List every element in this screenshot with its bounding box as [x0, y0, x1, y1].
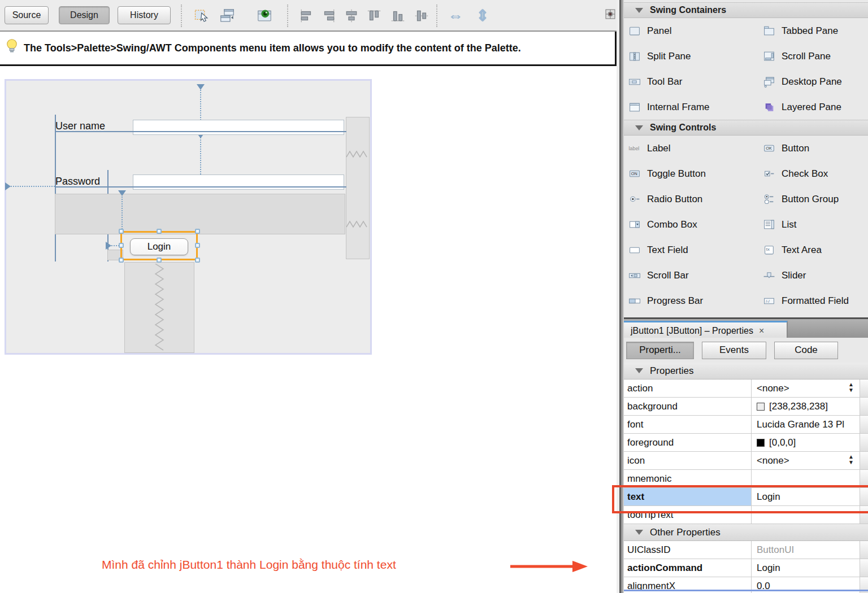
tabbed-pane-icon	[763, 25, 776, 37]
tab-source[interactable]: Source	[5, 6, 49, 24]
palette-item-label[interactable]: labelLabel	[624, 136, 758, 161]
username-label[interactable]: User name	[55, 120, 105, 132]
property-row-background[interactable]: background[238,238,238]	[624, 398, 868, 416]
property-row-font[interactable]: fontLucida Grande 13 Pl	[624, 416, 868, 434]
resize-handle[interactable]	[119, 243, 124, 248]
subtab-properties[interactable]: Properti...	[626, 342, 694, 359]
color-swatch-icon	[757, 403, 765, 411]
palette-item-tabbed-pane[interactable]: Tabbed Pane	[758, 18, 868, 43]
palette-item-list[interactable]: List	[758, 212, 868, 237]
ellipsis-button[interactable]	[860, 380, 868, 397]
palette-item-progress-bar[interactable]: Progress Bar	[624, 288, 758, 313]
sheet-section-header-properties[interactable]: Properties	[624, 363, 868, 380]
palette-item-radio-button[interactable]: Radio Button	[624, 186, 758, 212]
properties-tabstrip: jButton1 [JButton] – Properties ×	[624, 317, 868, 338]
login-button[interactable]: Login	[130, 238, 188, 255]
palette-item-button[interactable]: OKButton	[758, 136, 868, 161]
property-row-action[interactable]: action<none>▲▼	[624, 380, 868, 398]
palette-item-tool-bar[interactable]: Tool Bar	[624, 69, 758, 94]
properties-subtabs: Properti... Events Code	[624, 338, 868, 363]
property-value[interactable]: <none>▲▼	[752, 380, 860, 397]
palette-section-header-swing-containers[interactable]: Swing Containers	[624, 2, 868, 18]
palette-item-check-box[interactable]: Check Box	[758, 161, 868, 186]
ellipsis-button[interactable]	[860, 559, 868, 577]
property-value[interactable]: [0,0,0]	[752, 434, 860, 451]
palette-item-layered-pane[interactable]: Layered Pane	[758, 94, 868, 120]
palette-item-toggle-button[interactable]: ONToggle Button	[624, 161, 758, 186]
palette-item-split-pane[interactable]: Split Pane	[624, 43, 758, 69]
scroll-pane-icon	[763, 50, 776, 63]
property-value-text: ButtonUI	[757, 544, 794, 556]
property-row-icon[interactable]: icon<none>▲▼	[624, 452, 868, 470]
align-right-icon[interactable]	[319, 6, 339, 26]
ellipsis-button[interactable]	[860, 541, 868, 559]
center-vertical-icon[interactable]	[411, 6, 432, 26]
align-top-icon[interactable]	[364, 6, 384, 26]
spring-icon	[346, 220, 369, 228]
property-row-uiclassid[interactable]: UIClassIDButtonUI	[624, 541, 868, 559]
subtab-events[interactable]: Events	[702, 342, 766, 359]
palette-grid: PanelTabbed PaneSplit PaneScroll PaneToo…	[624, 18, 868, 120]
username-field[interactable]	[133, 120, 344, 135]
property-value[interactable]: ButtonUI	[752, 541, 860, 559]
resize-handle[interactable]	[157, 229, 162, 234]
check-box-icon	[763, 168, 776, 180]
palette-item-combo-box[interactable]: Combo Box	[624, 212, 758, 237]
ellipsis-button[interactable]	[860, 398, 868, 415]
property-value[interactable]: Lucida Grande 13 Pl	[752, 416, 860, 433]
tab-design[interactable]: Design	[59, 6, 110, 24]
palette-section-header-swing-controls[interactable]: Swing Controls	[624, 120, 868, 136]
ellipsis-button[interactable]	[860, 416, 868, 433]
property-name: foreground	[624, 434, 752, 451]
subtab-code[interactable]: Code	[774, 342, 838, 359]
properties-window-tab[interactable]: jButton1 [JButton] – Properties ×	[624, 321, 788, 339]
palette-item-panel[interactable]: Panel	[624, 18, 758, 43]
resize-vertical-icon[interactable]: ⇕	[472, 6, 493, 26]
left-guideline	[55, 115, 56, 261]
center-horizontal-icon[interactable]	[341, 6, 362, 26]
resize-handle[interactable]	[157, 258, 162, 263]
property-row-foreground[interactable]: foreground[0,0,0]	[624, 434, 868, 452]
palette-item-slider[interactable]: Slider	[758, 263, 868, 288]
sheet-section-header-other-properties[interactable]: Other Properties	[624, 524, 868, 541]
palette-item-scroll-bar[interactable]: Scroll Bar	[624, 263, 758, 288]
property-row-actioncommand[interactable]: actionCommandLogin	[624, 559, 868, 577]
palette-item-formatted-field[interactable]: /-/Formatted Field	[758, 288, 868, 313]
close-icon[interactable]: ×	[759, 326, 764, 336]
tab-history[interactable]: History	[118, 6, 171, 24]
align-bottom-icon[interactable]	[388, 6, 408, 26]
preview-design-icon[interactable]	[254, 6, 275, 26]
selection-mode-icon[interactable]	[192, 6, 212, 26]
property-value[interactable]: <none>▲▼	[752, 452, 860, 469]
property-value[interactable]: [238,238,238]	[752, 398, 860, 415]
property-sheet: Propertiesaction<none>▲▼background[238,2…	[624, 363, 868, 593]
resize-handle[interactable]	[195, 229, 200, 234]
palette-item-text-field[interactable]: Text Field	[624, 237, 758, 263]
palette-item-scroll-pane[interactable]: Scroll Pane	[758, 43, 868, 69]
svg-text:OK: OK	[766, 146, 772, 151]
resize-handle[interactable]	[195, 243, 200, 248]
password-label[interactable]: Password	[55, 176, 100, 188]
palette-item-desktop-pane[interactable]: Desktop Pane	[758, 69, 868, 94]
resize-handle[interactable]	[195, 258, 200, 263]
button-group-icon	[763, 193, 776, 206]
resize-handle[interactable]	[119, 229, 124, 234]
ellipsis-button[interactable]	[860, 434, 868, 451]
form-canvas[interactable]: User name Password Login	[5, 79, 372, 355]
spinner-icon[interactable]: ▲▼	[848, 382, 854, 393]
palette-item-button-group[interactable]: Button Group	[758, 186, 868, 212]
connection-mode-icon[interactable]	[217, 6, 237, 26]
ellipsis-button[interactable]	[860, 452, 868, 469]
collapse-triangle-icon	[635, 530, 643, 535]
editor-toolbar: Source Design History ⇔ ⇕	[0, 0, 617, 32]
align-left-icon[interactable]	[296, 6, 316, 26]
resize-handle[interactable]	[119, 258, 124, 263]
label-icon: label	[628, 142, 642, 155]
spinner-icon[interactable]: ▲▼	[848, 454, 854, 465]
palette-grid: labelLabelOKButtonONToggle ButtonCheck B…	[624, 136, 868, 313]
svg-text:label: label	[629, 146, 640, 151]
property-value[interactable]: Login	[752, 559, 860, 577]
palette-item-internal-frame[interactable]: Internal Frame	[624, 94, 758, 120]
palette-item-text-area[interactable]: txText Area	[758, 237, 868, 263]
resize-horizontal-icon[interactable]: ⇔	[445, 6, 466, 26]
